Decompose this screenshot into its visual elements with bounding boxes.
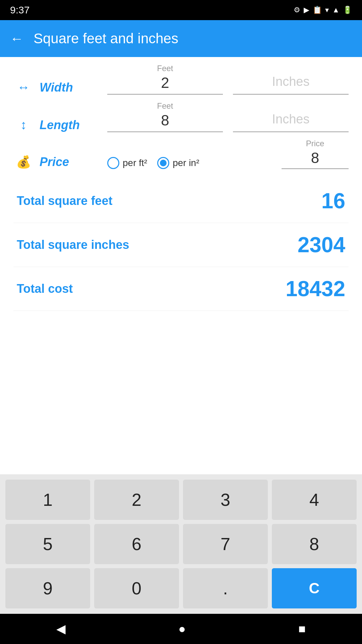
result-total-sqft: Total square feet 16 — [13, 179, 349, 223]
key-7[interactable]: 7 — [183, 524, 268, 564]
app-title: Square feet and inches — [34, 31, 178, 47]
key-6[interactable]: 6 — [94, 524, 179, 564]
price-label-area: 💰 Price — [13, 155, 101, 169]
result-sqin-label: Total square inches — [17, 238, 129, 252]
clipboard-icon: 📋 — [313, 6, 322, 14]
nav-bar: ◀ ● ■ — [0, 614, 362, 644]
key-1[interactable]: 1 — [5, 480, 90, 520]
length-row: ↕ Length Feet 8 Inches Inches — [13, 101, 349, 132]
nav-home-button[interactable]: ● — [165, 619, 199, 639]
price-input[interactable]: 8 — [282, 150, 349, 169]
result-total-cost: Total cost 18432 — [13, 267, 349, 311]
length-feet-container: Feet 8 — [107, 101, 223, 132]
key-4[interactable]: 4 — [272, 480, 357, 520]
key-3[interactable]: 3 — [183, 480, 268, 520]
key-0[interactable]: 0 — [94, 568, 179, 608]
width-label-area: ↔ Width — [13, 80, 101, 95]
nav-recent-button[interactable]: ■ — [285, 619, 319, 639]
app-bar: ← Square feet and inches — [0, 20, 362, 57]
status-icons: ⚙ ▶ 📋 ▾ ▲ 🔋 — [294, 6, 352, 14]
radio-circle-ft2 — [107, 157, 119, 169]
price-label: Price — [40, 155, 69, 169]
status-time: 9:37 — [10, 4, 29, 16]
settings-icon: ⚙ — [294, 6, 300, 14]
result-cost-label: Total cost — [17, 282, 73, 296]
width-feet-container: Feet 2 — [107, 64, 223, 95]
result-sqft-label: Total square feet — [17, 194, 112, 208]
price-row: 💰 Price per ft² per in² Price 8 — [13, 139, 349, 169]
radio-circle-in2 — [157, 157, 169, 169]
price-icon: 💰 — [13, 155, 34, 169]
width-row: ↔ Width Feet 2 Inches Inches — [13, 64, 349, 95]
key-2[interactable]: 2 — [94, 480, 179, 520]
keyboard: 1 2 3 4 5 6 7 8 9 0 . C — [0, 474, 362, 614]
length-fields: Feet 8 Inches Inches — [107, 101, 349, 132]
radio-per-ft2[interactable]: per ft² — [107, 157, 147, 169]
radio-label-ft2: per ft² — [123, 158, 147, 168]
main-content: ↔ Width Feet 2 Inches Inches ↕ Length Fe… — [0, 57, 362, 474]
width-feet-label: Feet — [107, 64, 223, 73]
price-field-label: Price — [282, 139, 349, 148]
width-inches-container: Inches Inches — [233, 64, 349, 95]
result-sqin-value: 2304 — [298, 232, 345, 257]
key-5[interactable]: 5 — [5, 524, 90, 564]
price-field-container: Price 8 — [282, 139, 349, 169]
length-feet-label: Feet — [107, 101, 223, 111]
length-label: Length — [40, 118, 80, 132]
width-icon: ↔ — [13, 80, 34, 95]
key-9[interactable]: 9 — [5, 568, 90, 608]
back-button[interactable]: ← — [10, 31, 23, 46]
wifi-icon: ▾ — [325, 6, 329, 14]
play-icon: ▶ — [304, 6, 309, 14]
battery-icon: 🔋 — [343, 6, 352, 14]
signal-icon: ▲ — [332, 6, 340, 14]
length-inches-container: Inches Inches — [233, 101, 349, 132]
radio-label-in2: per in² — [173, 158, 199, 168]
length-icon: ↕ — [13, 118, 34, 132]
width-inches-input[interactable]: Inches — [233, 74, 349, 95]
width-feet-input[interactable]: 2 — [107, 74, 223, 95]
result-total-sqin: Total square inches 2304 — [13, 223, 349, 267]
key-dot[interactable]: . — [183, 568, 268, 608]
key-8[interactable]: 8 — [272, 524, 357, 564]
length-label-area: ↕ Length — [13, 118, 101, 132]
length-feet-input[interactable]: 8 — [107, 112, 223, 132]
nav-back-button[interactable]: ◀ — [43, 619, 79, 639]
width-fields: Feet 2 Inches Inches — [107, 64, 349, 95]
result-cost-value: 18432 — [286, 276, 345, 301]
result-sqft-value: 16 — [321, 189, 345, 213]
radio-group: per ft² per in² — [107, 157, 275, 169]
status-bar: 9:37 ⚙ ▶ 📋 ▾ ▲ 🔋 — [0, 0, 362, 20]
key-clear[interactable]: C — [272, 568, 357, 608]
radio-per-in2[interactable]: per in² — [157, 157, 199, 169]
width-label: Width — [40, 80, 73, 95]
length-inches-input[interactable]: Inches — [233, 112, 349, 132]
